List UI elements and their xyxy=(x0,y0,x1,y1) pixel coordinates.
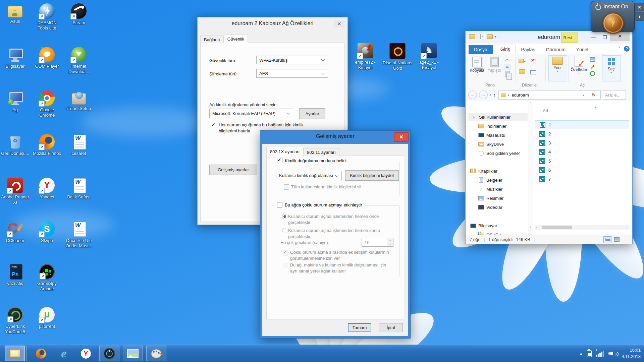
history-button[interactable] xyxy=(589,71,596,76)
tab-guvenlik[interactable]: Güvenlik xyxy=(224,34,248,43)
file-row-4[interactable]: 4 xyxy=(535,147,629,156)
taskbar-firefox-button[interactable] xyxy=(31,346,51,361)
desktop-icon-gom-player[interactable]: ↗ GOM Player xyxy=(32,47,62,69)
show-hidden-icons-button[interactable]: ▲ xyxy=(579,352,583,355)
sidebar-item-favorites[interactable]: ★Sık Kullanılanlar xyxy=(468,113,528,121)
instant-on-info-button[interactable]: i xyxy=(635,12,644,21)
help-button[interactable]: ? xyxy=(624,46,630,52)
desktop-icon-gamespy[interactable]: ↗ GameSpy Arcade xyxy=(32,264,62,292)
paste-button[interactable]: Yapıştır xyxy=(486,57,503,73)
spinner-down-button[interactable]: ▼ xyxy=(387,242,393,246)
delete-button[interactable]: ×▾ xyxy=(530,57,537,63)
desktop-icon-steam[interactable]: ↗ Steam xyxy=(64,3,94,25)
desktop-icon-youcam[interactable]: ↗ CyberLink YouCam 5 xyxy=(0,307,30,335)
auth-mode-combobox[interactable]: Kullanıcı kimlik doğrulaması xyxy=(276,171,342,180)
explorer-titlebar[interactable]: | ▾ | eduroam Resi... — ❒ ✕ xyxy=(466,31,632,44)
desktop-icon-google-chrome[interactable]: ↗ Google Chrome xyxy=(32,90,62,118)
copy-to-button[interactable] xyxy=(519,69,525,74)
battery-icon[interactable] xyxy=(587,350,592,357)
delete-credentials-checkbox[interactable] xyxy=(284,184,289,190)
spinner-up-button[interactable]: ▲ xyxy=(387,238,393,242)
sidebar-item-recent-places[interactable]: Son gidilen yerler xyxy=(478,149,535,157)
file-row-6[interactable]: 6 xyxy=(535,166,629,174)
thumbnails-view-button[interactable] xyxy=(613,236,621,243)
maximize-button[interactable]: ❒ xyxy=(601,35,608,40)
contextual-tab-resim[interactable]: Resi... xyxy=(561,33,578,43)
desktop-icon-daemon-tools[interactable]: ↗ DAEMON Tools Lite xyxy=(32,3,62,31)
sso-checkbox[interactable] xyxy=(277,202,282,207)
desktop-icon-adobe-reader[interactable]: ↗ Adobe Reader XI xyxy=(0,178,30,205)
ribbon-collapse-icon[interactable]: ⌃ xyxy=(618,47,621,51)
desktop-icon-yazi-afis[interactable]: yazı afiş xyxy=(0,264,30,286)
sidebar-item-pictures[interactable]: Resimler xyxy=(478,194,535,202)
encryption-type-combobox[interactable]: AES xyxy=(256,69,328,78)
details-view-button[interactable] xyxy=(603,236,611,243)
allow-dialogs-checkbox[interactable] xyxy=(283,250,288,255)
sidebar-item-downloads[interactable]: ↓İndirilenler xyxy=(478,122,535,130)
sidebar-item-desktop[interactable]: Masaüstü xyxy=(478,131,535,139)
back-button[interactable]: ← xyxy=(468,90,477,99)
desktop-icon-yandex[interactable]: ↗ Yandex xyxy=(32,178,62,200)
close-button[interactable]: ✕ xyxy=(394,132,409,142)
desktop-icon-age2[interactable]: ↗ age2_x1 - Kısayol xyxy=(414,43,444,71)
copy-path-button[interactable]: W.. xyxy=(504,64,511,69)
scrollbar-thumb[interactable] xyxy=(542,226,572,229)
file-row-7[interactable]: 7 xyxy=(535,175,629,183)
tab-gorunum[interactable]: Görünüm xyxy=(541,45,571,54)
taskbar-paint-button[interactable] xyxy=(146,346,166,361)
sidebar-item-computer[interactable]: Bilgisayar xyxy=(470,222,527,230)
sidebar-item-libraries[interactable]: Kitaplıklar xyxy=(470,167,527,175)
move-to-button[interactable]: ◂ xyxy=(519,58,525,64)
save-credentials-button[interactable]: Kimlik bilgilerini kaydet xyxy=(345,170,399,181)
tab-8021x[interactable]: 802.1X ayarları xyxy=(266,147,303,156)
tab-80211[interactable]: 802.11 ayarları xyxy=(303,148,339,156)
minimize-button[interactable]: — xyxy=(590,35,597,40)
desktop-icon-rise-of-nations[interactable]: Rise of Nations Gold xyxy=(382,43,413,71)
advanced-settings-button[interactable]: Gelişmiş ayarlar xyxy=(209,165,257,175)
instant-on-widget[interactable]: Instant On xyxy=(591,1,635,32)
clock[interactable]: 16:01 4.11.2013 xyxy=(622,347,641,360)
desktop-icon-utorrent[interactable]: ↗ µTorrent xyxy=(32,307,62,329)
desktop-icon-asus[interactable]: Asus xyxy=(0,3,30,24)
desktop-icon-itunes-setup[interactable]: iTunesSetup xyxy=(64,90,94,111)
specify-auth-mode-checkbox[interactable] xyxy=(277,158,282,163)
sidebar-item-videos[interactable]: Videolar xyxy=(478,203,535,211)
address-box[interactable]: ▸ eduroam ∨ xyxy=(498,90,587,100)
desktop-icon-ccleaner[interactable]: ↗ CCleaner xyxy=(0,221,30,243)
tab-giris[interactable]: Giriş xyxy=(495,45,516,54)
separate-vlans-checkbox[interactable] xyxy=(283,263,288,268)
close-button[interactable]: ✕ xyxy=(334,20,344,27)
sidebar-item-skydrive[interactable]: ☁SkyDrive xyxy=(478,140,535,148)
file-row-1[interactable]: 1 xyxy=(535,120,629,129)
security-type-combobox[interactable]: WPA2-Kuruluş xyxy=(256,56,328,64)
instant-on-close-button[interactable]: ✕ xyxy=(635,3,644,11)
file-row-5[interactable]: 5 xyxy=(535,157,629,165)
desktop-icon-skype[interactable]: ↗ Skype xyxy=(32,221,62,243)
desktop-icon-balik-sefasi[interactable]: Balık Sefası xyxy=(64,178,94,200)
desktop-icon-ag[interactable]: Ağ xyxy=(0,90,30,113)
taskbar-power-app-button[interactable] xyxy=(99,346,119,361)
search-box[interactable]: Ara: e... xyxy=(603,90,626,100)
column-header-ad[interactable]: Ad xyxy=(543,108,548,113)
cut-button[interactable]: ✂ xyxy=(504,57,511,62)
desktop-icon-internet-download[interactable]: ↗ Internet Downloa... xyxy=(64,47,94,75)
edit-button[interactable] xyxy=(589,64,596,70)
desktop-icon-recycle-bin[interactable]: Geri Dönüşü... xyxy=(0,134,30,156)
horizontal-scrollbar[interactable]: ‹› xyxy=(535,225,630,230)
auth-method-combobox[interactable]: Microsoft: Korumalı EAP (PEAP) xyxy=(209,109,293,118)
max-delay-spinner[interactable]: 10 ▲▼ xyxy=(362,238,393,247)
properties-button[interactable]: Özellikler ▾ xyxy=(570,56,588,75)
refresh-button[interactable]: ↻ xyxy=(587,90,601,100)
settings-button[interactable]: Ayarlar xyxy=(299,108,325,119)
taskbar-file-explorer-button[interactable] xyxy=(5,346,25,361)
new-folder-button[interactable]: Yeni ▾ xyxy=(549,57,566,73)
paste-shortcut-button[interactable] xyxy=(504,71,511,76)
sidebar-scrollbar[interactable]: ⌃∨ xyxy=(528,101,533,235)
sidebar-item-documents[interactable]: Belgeler xyxy=(478,176,535,184)
tab-baglanti[interactable]: Bağlantı xyxy=(200,36,224,43)
desktop-icon-bilgisayar[interactable]: Bilgisayar xyxy=(0,47,30,69)
file-row-2[interactable]: 2 xyxy=(535,129,629,138)
sidebar-item-music[interactable]: ♪Müzikler xyxy=(478,185,535,193)
rename-button[interactable] xyxy=(530,69,537,75)
open-image-button[interactable] xyxy=(589,57,596,62)
